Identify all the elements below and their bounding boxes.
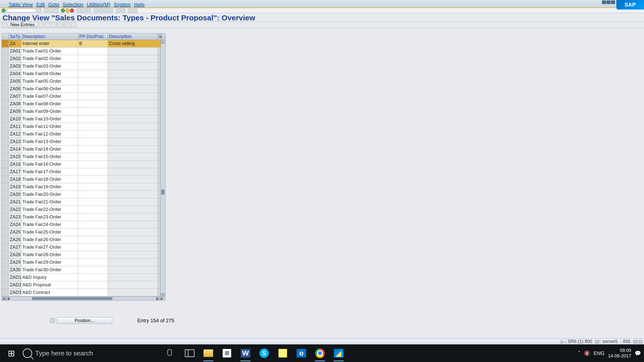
cell-description-2[interactable] <box>108 229 158 236</box>
cell-saty[interactable]: ZA15 <box>9 153 21 160</box>
cell-description[interactable]: Trade Fair26-Order <box>21 236 78 243</box>
row-selector[interactable] <box>2 213 9 221</box>
table-row[interactable]: ZA01Trade Fair01-Order <box>2 48 165 55</box>
cell-saty[interactable]: ZA02 <box>9 55 21 62</box>
vertical-scrollbar[interactable]: ▲ ▼ <box>160 40 165 297</box>
shortcut-icon[interactable] <box>121 9 125 13</box>
layout-icon[interactable] <box>133 9 137 13</box>
cell-pp-docproc[interactable] <box>78 289 108 296</box>
statusbar-icon-1[interactable] <box>633 340 637 343</box>
cell-description[interactable]: Trade Fair14-Order <box>21 146 78 153</box>
minimize-icon[interactable] <box>602 1 606 4</box>
table-row[interactable]: ZA03Trade Fair03-Order <box>2 63 165 70</box>
cell-description[interactable]: Trade Fair23-Order <box>21 213 78 221</box>
cell-pp-docproc[interactable] <box>78 161 108 168</box>
cell-description[interactable]: Trade Fair15-Order <box>21 153 78 160</box>
table-row[interactable]: ZA14Trade Fair14-Order <box>2 146 165 153</box>
save-icon[interactable] <box>37 9 41 13</box>
cell-pp-docproc[interactable] <box>78 183 108 191</box>
cell-description[interactable]: Trade Fair17-Order <box>21 168 78 175</box>
hscroll-first-icon[interactable]: ⏮ <box>2 297 6 300</box>
cell-description-2[interactable] <box>108 63 158 70</box>
taskbar-word[interactable]: W <box>239 347 252 359</box>
row-selector[interactable] <box>2 221 9 228</box>
copy-as-icon[interactable] <box>38 22 44 27</box>
search-box[interactable]: Type here to search <box>23 348 179 358</box>
cell-pp-docproc[interactable] <box>78 191 108 198</box>
cell-description-2[interactable] <box>108 78 158 85</box>
table-row[interactable]: ZA06Trade Fair06-Order <box>2 85 165 93</box>
row-selector[interactable] <box>2 259 9 266</box>
column-description-2[interactable]: Description <box>108 33 158 40</box>
task-view-icon[interactable] <box>184 347 196 359</box>
cell-description-2[interactable] <box>108 281 158 289</box>
new-entries-button[interactable]: New Entries <box>8 22 37 28</box>
row-selector[interactable] <box>2 191 9 198</box>
cell-description-2[interactable]: Cross selling <box>108 40 158 47</box>
row-selector[interactable] <box>2 244 9 251</box>
table-config-icon[interactable] <box>158 33 163 40</box>
row-selector[interactable] <box>2 85 9 93</box>
cell-saty[interactable]: ZA05 <box>9 78 21 85</box>
cell-description[interactable]: A&D Proposal <box>21 281 78 289</box>
row-selector[interactable] <box>2 48 9 55</box>
enter-icon[interactable] <box>2 9 6 13</box>
scroll-down-icon[interactable]: ▼ <box>161 293 165 297</box>
cell-saty[interactable]: ZA07 <box>9 93 21 100</box>
cell-pp-docproc[interactable] <box>78 146 108 153</box>
row-selector[interactable] <box>2 236 9 243</box>
cell-saty[interactable]: ZAD1 <box>9 274 21 281</box>
cell-pp-docproc[interactable] <box>78 213 108 221</box>
cancel-icon[interactable] <box>54 9 58 13</box>
cell-description-2[interactable] <box>108 108 158 115</box>
table-row[interactable]: ZA19Trade Fair19-Order <box>2 183 165 191</box>
cell-pp-docproc[interactable] <box>78 251 108 258</box>
menu-utilities[interactable]: Utilities(M) <box>87 2 110 8</box>
exit-icon[interactable] <box>49 9 53 13</box>
table-row[interactable]: ZA29Trade Fair29-Order <box>2 259 165 266</box>
row-selector[interactable] <box>2 229 9 236</box>
cell-description-2[interactable] <box>108 251 158 258</box>
menu-system[interactable]: System <box>114 2 131 8</box>
column-description[interactable]: Description <box>21 33 78 40</box>
cell-description-2[interactable] <box>108 123 158 130</box>
cell-description-2[interactable] <box>108 85 158 93</box>
cell-pp-docproc[interactable] <box>78 198 108 206</box>
horizontal-scrollbar[interactable]: ⏮ ◀ ▶ ⏭ <box>2 296 165 300</box>
cell-saty[interactable]: ZA01 <box>9 48 21 55</box>
cell-pp-docproc[interactable] <box>78 236 108 243</box>
delete-icon[interactable] <box>45 22 50 27</box>
cell-description[interactable]: Trade Fair05-Order <box>21 78 78 85</box>
cell-saty[interactable]: ZA03 <box>9 63 21 70</box>
cell-saty[interactable]: ZA18 <box>9 176 21 183</box>
cell-description[interactable]: Trade Fair30-Order <box>21 266 78 274</box>
hscroll-left-icon[interactable]: ◀ <box>6 297 10 300</box>
nav-first-icon[interactable] <box>61 9 65 13</box>
cell-saty[interactable]: ZA12 <box>9 130 21 138</box>
table-row[interactable]: ZA18Trade Fair18-Order <box>2 176 165 183</box>
cell-description-2[interactable] <box>108 55 158 62</box>
table-row[interactable]: ZAD1A&D Inquiry <box>2 274 165 281</box>
cell-description-2[interactable] <box>108 93 158 100</box>
microphone-icon[interactable] <box>167 349 173 357</box>
cell-description[interactable]: Trade Fair04-Order <box>21 70 78 77</box>
row-selector[interactable] <box>2 146 9 153</box>
row-selector[interactable] <box>2 251 9 258</box>
cell-pp-docproc[interactable] <box>78 48 108 55</box>
row-selector[interactable] <box>2 93 9 100</box>
scroll-thumb[interactable] <box>161 190 165 195</box>
cell-description[interactable]: Trade Fair01-Order <box>21 48 78 55</box>
tray-volume-icon[interactable]: 🔇 <box>584 350 590 356</box>
table-row[interactable]: ZA11Trade Fair11-Order <box>2 123 165 130</box>
tray-clock[interactable]: 09:09 14-06-2017 <box>608 348 631 359</box>
cell-saty[interactable]: ZA13 <box>9 138 21 145</box>
table-row[interactable]: ZA05Trade Fair05-Order <box>2 78 165 85</box>
table-row[interactable]: ZA16Trade Fair16-Order <box>2 161 165 168</box>
command-field[interactable] <box>6 9 36 13</box>
hscroll-right-icon[interactable]: ▶ <box>156 297 159 300</box>
cell-pp-docproc[interactable] <box>78 153 108 160</box>
table-row[interactable]: ZA12Trade Fair12-Order <box>2 130 165 138</box>
cell-pp-docproc[interactable] <box>78 221 108 228</box>
cell-description[interactable]: Internet order <box>21 40 78 47</box>
row-selector[interactable] <box>2 153 9 160</box>
